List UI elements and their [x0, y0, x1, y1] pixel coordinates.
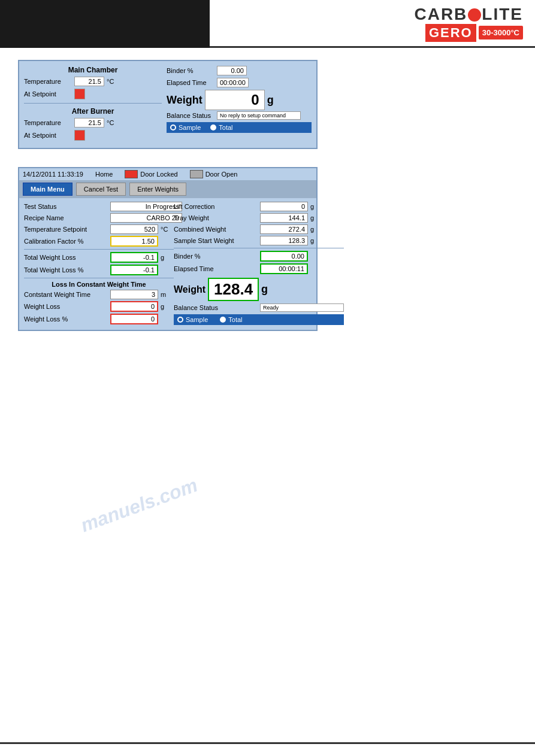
- p2-recipe-row: Recipe Name CARBO 29: [24, 213, 174, 223]
- p2-right-binder-row: Binder % 0.00: [174, 251, 344, 262]
- panel1-right: Binder % 0.00 Elapsed Time 00:00:00 Weig…: [167, 66, 312, 143]
- p2-divider2: [24, 278, 174, 278]
- p1-radio-row: Sample Total: [167, 122, 312, 133]
- watermark: manuels.com: [78, 474, 201, 537]
- p2-right-divider: [174, 248, 344, 248]
- p2-wl-pct-row: Weight Loss % 0: [24, 314, 174, 324]
- p1-ab-temp-unit: °C: [107, 119, 114, 126]
- p2-balance-value: Ready: [260, 303, 344, 312]
- p2-cal-factor-row: Calibration Factor % 1.50: [24, 236, 174, 247]
- p1-balance-value: No reply to setup command: [217, 111, 301, 120]
- p1-sample-radio-circle: [170, 125, 176, 130]
- p1-ab-temp-label: Temperature: [24, 119, 72, 126]
- p2-wl-pct-value: 0: [110, 314, 158, 324]
- p2-test-status-value: In Progress: [110, 202, 182, 211]
- p2-right-binder-value: 0.00: [260, 251, 308, 262]
- p2-cwt-label: Contstant Weight Time: [24, 291, 108, 298]
- p1-total-label: Total: [219, 124, 232, 131]
- p2-recipe-label: Recipe Name: [24, 214, 108, 221]
- p1-elapsed-label: Elapsed Time: [167, 79, 214, 86]
- p1-sample-radio[interactable]: Sample: [170, 124, 201, 131]
- p2-tray-unit: g: [310, 214, 314, 221]
- door-locked-indicator: Door Locked: [125, 170, 177, 178]
- p1-total-radio-circle: [210, 125, 216, 130]
- panel1-left: Main Chamber Temperature 21.5 °C At Setp…: [24, 66, 162, 143]
- panel2-body: Test Status In Progress Recipe Name CARB…: [19, 198, 316, 330]
- p1-ab-temp-row: Temperature 21.5 °C: [24, 118, 162, 127]
- p2-lift-label: Lift Correction: [174, 203, 258, 210]
- p1-temp-value: 21.5: [74, 77, 104, 86]
- p2-radio-row: Sample Total: [174, 314, 344, 325]
- p2-total-radio-circle: [220, 317, 226, 323]
- p2-tray-label: Tray Weight: [174, 214, 258, 221]
- p1-binder-row: Binder % 0.00: [167, 66, 312, 75]
- p2-balance-row: Balance Status Ready: [174, 303, 344, 312]
- panel1: Main Chamber Temperature 21.5 °C At Setp…: [18, 60, 318, 149]
- p2-balance-label: Balance Status: [174, 304, 258, 311]
- gero-row: GERO 30-3000°C: [425, 24, 523, 42]
- carbolite-text: CARBLITE: [414, 5, 523, 24]
- p2-right-binder-label: Binder %: [174, 253, 258, 260]
- p2-combined-label: Combined Weight: [174, 226, 258, 233]
- p1-setpoint-indicator: [74, 89, 85, 99]
- p2-loss-section-title: Loss In Constant Weight Time: [24, 281, 174, 288]
- p2-weight-display: Weight 128.4 g: [174, 278, 344, 301]
- p2-combined-row: Combined Weight 272.4 g: [174, 224, 344, 234]
- footer-line: [0, 742, 535, 744]
- p2-lift-row: Lift Correction 0 g: [174, 202, 344, 211]
- p2-cwt-unit: m: [161, 291, 166, 298]
- p2-datetime: 14/12/2011 11:33:19: [23, 171, 83, 178]
- p2-weight-big-unit: g: [261, 283, 268, 296]
- p2-sample-radio[interactable]: Sample: [177, 316, 208, 323]
- p2-test-status-row: Test Status In Progress: [24, 202, 174, 211]
- p2-twl-value: -0.1: [110, 252, 158, 263]
- p1-total-radio[interactable]: Total: [210, 124, 232, 131]
- panel2: 14/12/2011 11:33:19 Home Door Locked Doo…: [18, 167, 318, 331]
- p2-cols: Test Status In Progress Recipe Name CARB…: [24, 202, 312, 326]
- p2-twl-unit: g: [161, 254, 164, 261]
- gero-text: GERO: [425, 24, 476, 42]
- p2-cal-factor-label: Calibration Factor %: [24, 238, 108, 245]
- p2-total-radio[interactable]: Total: [220, 316, 242, 323]
- p2-sample-start-row: Sample Start Weight 128.3 g: [174, 236, 344, 245]
- p2-divider1: [24, 249, 174, 250]
- header: CARBLITE GERO 30-3000°C: [0, 0, 535, 48]
- p2-temp-setpoint-row: Temperature Setpoint 520 °C: [24, 224, 174, 234]
- p2-sample-radio-circle: [177, 317, 183, 323]
- p1-binder-value: 0.00: [217, 66, 247, 75]
- p1-balance-label: Balance Status: [167, 112, 214, 119]
- p2-weight-big-value: 128.4: [208, 278, 259, 301]
- p2-col-right: Lift Correction 0 g Tray Weight 144.1 g …: [174, 202, 344, 326]
- p2-temp-setpoint-unit: °C: [161, 226, 168, 233]
- p2-combined-unit: g: [310, 226, 314, 233]
- enter-weights-button[interactable]: Enter Weights: [129, 183, 186, 196]
- p1-temp-row: Temperature 21.5 °C: [24, 77, 162, 86]
- p1-weight-row: Weight 0 g: [167, 90, 312, 110]
- page-content: Main Chamber Temperature 21.5 °C At Setp…: [0, 48, 535, 343]
- p1-weight-unit: g: [267, 94, 274, 107]
- p2-wl-label: Weight Loss: [24, 303, 108, 310]
- p2-tray-row: Tray Weight 144.1 g: [174, 213, 344, 223]
- p2-test-status-label: Test Status: [24, 203, 108, 210]
- p2-tray-value: 144.1: [260, 213, 308, 223]
- p1-divider1: [24, 103, 162, 104]
- main-menu-button[interactable]: Main Menu: [23, 183, 72, 196]
- p2-wl-unit: g: [161, 303, 164, 310]
- p1-temp-unit: °C: [107, 78, 114, 85]
- cancel-test-button[interactable]: Cancel Test: [76, 183, 126, 196]
- p2-temp-setpoint-value: 520: [110, 224, 158, 234]
- carb-text: CARB: [414, 5, 467, 23]
- temp-range: 30-3000°C: [479, 26, 523, 40]
- p1-ab-setpoint-row: At Setpoint: [24, 130, 162, 141]
- p2-home: Home: [95, 171, 113, 178]
- p2-right-elapsed-label: Elapsed Time: [174, 265, 258, 272]
- p2-wl-pct-label: Weight Loss %: [24, 315, 108, 323]
- p2-lift-value: 0: [260, 202, 308, 211]
- p2-wl-row: Weight Loss 0 g: [24, 301, 174, 312]
- p1-temp-label: Temperature: [24, 78, 72, 85]
- header-black-panel: [0, 0, 210, 48]
- door-locked-label: Door Locked: [140, 171, 177, 178]
- p1-setpoint-label: At Setpoint: [24, 90, 72, 98]
- p2-cwt-row: Contstant Weight Time 3 m: [24, 290, 174, 299]
- p2-col-left: Test Status In Progress Recipe Name CARB…: [24, 202, 174, 326]
